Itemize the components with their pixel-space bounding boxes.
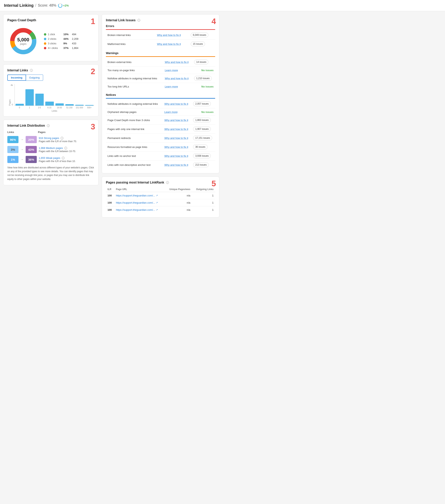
- notice-link-crawl-depth[interactable]: Why and how to fix it: [164, 119, 188, 122]
- page-title: Internal Linking: [4, 3, 34, 8]
- weak-pages-info-icon[interactable]: i: [62, 157, 65, 160]
- notice-name-resources-links: Resources formatted as page links: [106, 143, 163, 151]
- dist-desc-strong: Pages with the ILR of more than 70.: [39, 140, 77, 143]
- medium-pages-info-icon[interactable]: i: [64, 147, 67, 149]
- dist-col-links: Links: [7, 131, 14, 134]
- strong-pages-info-icon[interactable]: i: [61, 137, 63, 140]
- bar-2-5: [35, 94, 44, 106]
- internal-links-title: Internal Links: [7, 69, 28, 72]
- notice-name-non-descriptive: Links with non-descriptive anchor text: [106, 161, 163, 169]
- donut-section: 5,000 pages 1 click 10% 494 2 clicks 44%: [7, 25, 94, 57]
- dist-pages-strong: 20%: [26, 136, 37, 143]
- link-distribution-title: Internal Link Distribution: [7, 124, 45, 127]
- link-distribution-info-icon[interactable]: i: [47, 124, 50, 127]
- notice-link-no-anchor[interactable]: Why and how to fix it: [164, 155, 188, 158]
- legend-pct-3clicks: 9%: [63, 42, 70, 45]
- warning-name-nofollow-internal: Nofollow attributes in outgoing internal…: [106, 74, 163, 83]
- error-name-broken-internal: Broken internal links: [106, 31, 155, 39]
- score-badge: +2%: [58, 3, 69, 8]
- x-labels: 0 1 2-5 6-15 16-50 51-150 151-500 500+: [15, 106, 94, 109]
- notices-table: Nofollow attributes in outgoing external…: [106, 99, 215, 169]
- legend-pct-2clicks: 44%: [63, 37, 70, 40]
- warning-link-nofollow-internal[interactable]: Why and how to fix it: [165, 77, 188, 80]
- error-name-malformed: Malformed links: [106, 39, 155, 49]
- card-number-4: 4: [212, 17, 216, 26]
- link-issues-info-icon[interactable]: i: [137, 19, 140, 22]
- legend-dot-2clicks: [44, 38, 46, 40]
- left-column: 1 Pages Crawl Depth: [3, 14, 99, 217]
- dist-pages-weak: 36%: [26, 156, 37, 163]
- notice-name-nofollow-external: Nofollow attributes in outgoing external…: [106, 99, 163, 108]
- donut-total: 5,000: [17, 37, 29, 43]
- dist-links-strong: 96%: [7, 136, 18, 143]
- donut-center: 5,000 pages: [17, 37, 29, 45]
- legend-item-2clicks: 2 clicks 44% 2,209: [44, 37, 78, 40]
- ilr-url-2[interactable]: https://support.theguardian.com/... ↗: [116, 201, 163, 204]
- legend-name-4clicks: 4+ clicks: [48, 47, 62, 50]
- error-link-broken-internal[interactable]: Why and how to fix it: [157, 34, 181, 36]
- ilr-title: Pages passing most Internal LinkRank: [106, 181, 164, 184]
- internal-links-info-icon[interactable]: i: [30, 69, 33, 72]
- bar-500plus: [85, 105, 94, 106]
- errors-title: Errors: [106, 24, 215, 28]
- notice-link-orphaned[interactable]: Learn more: [164, 110, 177, 113]
- warning-name-long-urls: Too long link URLs: [106, 83, 163, 90]
- notice-name-no-anchor: Links with no anchor text: [106, 151, 163, 161]
- bar-51-150: [65, 104, 74, 106]
- ilr-col-pageviews: Unique Pageviews: [165, 187, 192, 192]
- ilr-url-1[interactable]: https://support.theguardian.com/... ↗: [116, 194, 163, 197]
- tab-incoming[interactable]: Incoming: [7, 74, 26, 81]
- notice-link-resources-links[interactable]: Why and how to fix it: [164, 145, 188, 148]
- legend-dot-1click: [44, 33, 46, 36]
- score-circle-icon: [58, 3, 62, 8]
- notice-link-nofollow-external[interactable]: Why and how to fix it: [164, 102, 188, 105]
- notice-row-one-internal: Pages with only one internal link Why an…: [106, 125, 215, 134]
- error-link-malformed[interactable]: Why and how to fix it: [157, 43, 181, 46]
- legend-dot-4clicks: [44, 47, 46, 49]
- dist-link-weak[interactable]: 1,655 Weak pages: [39, 157, 60, 160]
- dist-row-strong: 96% → 20% 916 Strong pages i Pages with …: [7, 136, 94, 143]
- dist-links-weak: 1%: [7, 156, 18, 163]
- x-label-500plus: 500+: [85, 107, 94, 109]
- card-number-3: 3: [91, 122, 95, 131]
- warning-link-broken-external[interactable]: Why and how to fix it: [165, 61, 188, 64]
- notice-link-permanent-redirects[interactable]: Why and how to fix it: [164, 137, 188, 140]
- notice-row-nofollow-external: Nofollow attributes in outgoing external…: [106, 99, 215, 108]
- notice-name-orphaned: Orphaned sitemap pages: [106, 108, 163, 116]
- x-label-2-5: 2-5: [35, 107, 44, 109]
- crawl-depth-title: Pages Crawl Depth: [7, 18, 94, 22]
- warning-row-too-many-links: Too many on-page links Learn more No iss…: [106, 67, 215, 74]
- arrow-medium: →: [20, 148, 24, 151]
- warning-link-too-many-links[interactable]: Learn more: [165, 69, 178, 72]
- legend-item-4clicks: 4+ clicks 37% 1,864: [44, 47, 78, 50]
- score-delta: +2%: [63, 4, 69, 7]
- legend-count-2clicks: 2,209: [72, 37, 78, 40]
- external-icon-1: ↗: [156, 194, 158, 197]
- page-header: Internal Linking / Score: 48% +2%: [0, 0, 445, 11]
- warning-badge-nofollow-internal: 1,210 issues: [194, 76, 212, 81]
- notice-link-non-descriptive[interactable]: Why and how to fix it: [164, 163, 188, 166]
- warning-no-issues-too-many-links: No issues: [192, 67, 215, 74]
- dist-info-strong: 916 Strong pages i Pages with the ILR of…: [39, 137, 77, 143]
- warning-row-nofollow-internal: Nofollow attributes in outgoing internal…: [106, 74, 215, 83]
- ilr-card: 5 Pages passing most Internal LinkRank i…: [102, 177, 219, 217]
- dist-link-strong[interactable]: 916 Strong pages: [39, 137, 59, 140]
- notices-divider: [106, 98, 215, 99]
- error-badge-broken-internal: 6,049 issues: [191, 33, 208, 37]
- ilr-col-ilr: ILR: [106, 187, 114, 192]
- dist-link-medium[interactable]: 1,968 Medium pages: [39, 146, 63, 149]
- bar-chart: [15, 84, 94, 106]
- warning-link-long-urls[interactable]: Learn more: [165, 85, 178, 88]
- dist-row-weak: 1% → 36% 1,655 Weak pages i Pages with t…: [7, 156, 94, 163]
- notice-row-resources-links: Resources formatted as page links Why an…: [106, 143, 215, 151]
- tabs-row: Incoming Outgoing: [7, 74, 94, 81]
- notice-badge-one-internal: 1,907 issues: [193, 127, 211, 131]
- warning-row-broken-external: Broken external links Why and how to fix…: [106, 58, 215, 67]
- x-label-151-500: 151-500: [75, 107, 84, 109]
- notice-link-one-internal[interactable]: Why and how to fix it: [164, 128, 188, 131]
- ilr-info-icon[interactable]: i: [166, 181, 169, 184]
- tab-outgoing[interactable]: Outgoing: [26, 74, 43, 81]
- notice-no-issues-orphaned: No issues: [191, 108, 215, 116]
- ilr-url-3[interactable]: https://support.theguardian.com/... ↗: [116, 208, 163, 211]
- warnings-table: Broken external links Why and how to fix…: [106, 58, 215, 90]
